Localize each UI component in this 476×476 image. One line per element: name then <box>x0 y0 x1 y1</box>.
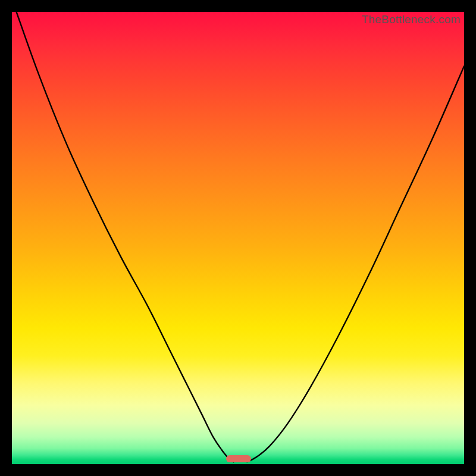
curve-left-branch <box>17 12 234 462</box>
chart-frame: TheBottleneck.com <box>12 12 464 464</box>
minimum-marker <box>226 455 251 462</box>
curve-right-branch <box>247 66 464 462</box>
watermark-text: TheBottleneck.com <box>362 13 461 26</box>
bottleneck-curve <box>12 12 464 464</box>
